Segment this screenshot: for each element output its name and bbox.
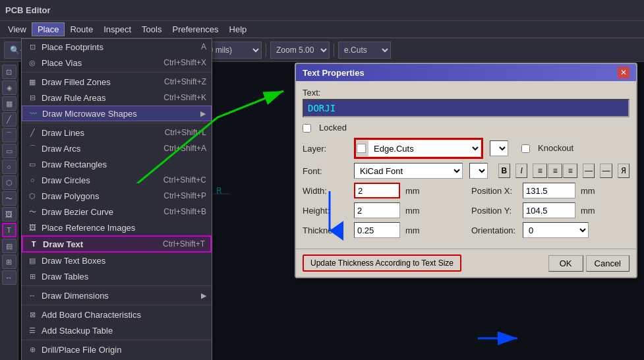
width-unit: mm xyxy=(405,186,420,196)
position-x-label: Position X: xyxy=(471,186,517,196)
layer-color-indicator xyxy=(357,144,366,153)
knockout-checkbox[interactable] xyxy=(521,144,530,153)
menu-item-draw-text[interactable]: T Draw Text Ctrl+Shift+T xyxy=(22,235,212,253)
menu-route[interactable]: Route xyxy=(65,23,98,36)
menu-item-draw-arcs[interactable]: ⌒ Draw Arcs Ctrl+Shift+A xyxy=(22,140,212,156)
menu-preferences[interactable]: Preferences xyxy=(167,23,223,36)
align-right-button[interactable]: ≡ xyxy=(563,164,577,178)
sidebar-icon-10[interactable]: 🖼 xyxy=(2,207,16,222)
position-y-input[interactable] xyxy=(523,202,575,218)
menu-item-add-board-characteristics[interactable]: ⊠ Add Board Characteristics xyxy=(22,307,212,322)
polygon-icon: ⬡ xyxy=(27,191,38,201)
rect-icon: ▭ xyxy=(27,159,38,169)
dialog-body: Text: Locked Layer: Edge.Cuts ▾ Knockout xyxy=(296,81,636,249)
menu-inspect[interactable]: Inspect xyxy=(98,23,136,36)
menu-item-draw-lines[interactable]: ╱ Draw Lines Ctrl+Shift+L xyxy=(22,125,212,140)
menu-item-draw-circles[interactable]: ○ Draw Circles Ctrl+Shift+C xyxy=(22,172,212,188)
locked-label: Locked xyxy=(319,123,347,133)
text-properties-dialog: Text Properties ✕ Text: Locked Layer: Ed… xyxy=(295,63,637,278)
italic-button[interactable]: I xyxy=(515,164,527,178)
zoom-select[interactable]: Zoom 5.00 xyxy=(270,42,330,59)
layer-field-label: Layer: xyxy=(303,144,349,154)
sidebar-icon-6[interactable]: ▭ xyxy=(2,144,16,158)
menu-item-draw-microwave-shapes[interactable]: 〰 Draw Microwave Shapes ▶ xyxy=(22,105,212,121)
locked-checkbox[interactable] xyxy=(303,124,311,133)
sidebar-icon-3[interactable]: ▦ xyxy=(2,96,16,111)
flip-button[interactable]: Я xyxy=(618,164,629,178)
zone-icon: ▦ xyxy=(27,76,38,87)
dialog-close-button[interactable]: ✕ xyxy=(618,67,629,78)
menu-tools[interactable]: Tools xyxy=(136,23,167,36)
sidebar-icon-11[interactable]: ▤ xyxy=(2,239,16,253)
sidebar-icon-12[interactable]: ⊞ xyxy=(2,255,16,269)
circle-icon: ○ xyxy=(27,175,38,185)
menu-item-draw-bezier-curve[interactable]: 〜 Draw Bezier Curve Ctrl+Shift+B xyxy=(22,204,212,220)
menu-sep-2 xyxy=(22,123,212,123)
sidebar-icon-13[interactable]: ↔ xyxy=(2,270,16,285)
cancel-button[interactable]: Cancel xyxy=(586,255,629,272)
update-thickness-button[interactable]: Update Thickness According to Text Size xyxy=(303,255,461,272)
sidebar-icon-9[interactable]: 〜 xyxy=(2,191,16,206)
text-menu-icon: T xyxy=(28,239,39,249)
menu-item-add-stackup-table[interactable]: ☰ Add Stackup Table xyxy=(22,322,212,338)
menu-item-draw-rule-areas[interactable]: ⊟ Draw Rule Areas Ctrl+Shift+K xyxy=(22,90,212,105)
menu-item-draw-filled-zones[interactable]: ▦ Draw Filled Zones Ctrl+Shift+Z xyxy=(22,74,212,90)
edge-cuts-select[interactable]: e.Cuts xyxy=(338,42,391,59)
menu-item-place-reference-images[interactable]: 🖼 Place Reference Images xyxy=(22,220,212,235)
menu-item-draw-dimensions[interactable]: ↔ Draw Dimensions ▶ xyxy=(22,287,212,303)
width-row: Width: mm xyxy=(303,183,461,198)
menu-item-draw-polygons[interactable]: ⬡ Draw Polygons Ctrl+Shift+P xyxy=(22,188,212,204)
align-center-button[interactable]: ≡ xyxy=(548,164,562,178)
orientation-select[interactable]: 0 xyxy=(523,222,589,238)
menu-item-draw-rectangles[interactable]: ▭ Draw Rectangles xyxy=(22,156,212,172)
text-field-section: Text: xyxy=(303,88,629,117)
left-col: Width: mm Height: mm Thickness: mm xyxy=(303,183,461,242)
bezier-icon: 〜 xyxy=(27,206,38,217)
sidebar-icon-4[interactable]: ╱ xyxy=(2,112,16,127)
sidebar-icon-5[interactable]: ⌒ xyxy=(2,128,16,142)
height-input[interactable] xyxy=(354,202,400,218)
place-menu: ⊡ Place Footprints A ◎ Place Vias Ctrl+S… xyxy=(21,38,212,360)
align-left-button[interactable]: ≡ xyxy=(533,164,547,178)
font-row: Font: KiCad Font ▾ B I ≡ ≡ ≡ — — Я xyxy=(303,163,629,179)
width-label: Width: xyxy=(303,186,349,196)
text-input[interactable] xyxy=(303,99,629,117)
locked-row: Locked xyxy=(303,123,629,134)
menu-view[interactable]: View xyxy=(3,23,32,36)
mirror-h-button[interactable]: — xyxy=(583,164,595,178)
menu-item-draw-text-boxes[interactable]: ▤ Draw Text Boxes xyxy=(22,253,212,268)
sidebar-icon-text[interactable]: T xyxy=(2,223,16,237)
right-col: Position X: mm Position Y: mm Orientatio… xyxy=(471,183,629,242)
position-x-input[interactable] xyxy=(523,183,575,198)
mirror-v-button[interactable]: — xyxy=(600,164,612,178)
font-extra-select[interactable]: ▾ xyxy=(469,163,488,179)
text-field-label: Text: xyxy=(303,88,629,98)
font-select[interactable]: KiCad Font xyxy=(354,163,463,179)
position-y-unit: mm xyxy=(581,206,595,216)
layer-extra-select[interactable]: ▾ xyxy=(490,140,508,156)
bold-button[interactable]: B xyxy=(498,164,510,178)
arcs-icon: ⌒ xyxy=(27,143,38,154)
sidebar-icon-1[interactable]: ⊡ xyxy=(2,65,16,79)
sidebar-icon-7[interactable]: ○ xyxy=(2,160,16,174)
layer-select[interactable]: Edge.Cuts xyxy=(368,140,481,156)
height-label: Height: xyxy=(303,206,349,216)
height-unit: mm xyxy=(405,206,420,216)
sidebar-icon-8[interactable]: ⬡ xyxy=(2,175,16,190)
menu-help[interactable]: Help xyxy=(224,23,252,36)
svg-text:R: R xyxy=(216,185,222,196)
menu-item-reset-drill-origin[interactable]: Reset Drill Origin xyxy=(22,357,212,360)
ok-button[interactable]: OK xyxy=(548,255,583,272)
thickness-row: Thickness: mm xyxy=(303,222,461,238)
footprint-icon: ⊡ xyxy=(27,42,38,52)
menu-item-place-vias[interactable]: ◎ Place Vias Ctrl+Shift+X xyxy=(22,55,212,71)
sep3 xyxy=(334,44,334,57)
width-input[interactable] xyxy=(354,183,400,198)
menu-place[interactable]: Place xyxy=(32,22,65,36)
image-icon: 🖼 xyxy=(27,222,38,233)
menu-item-draw-tables[interactable]: ⊞ Draw Tables xyxy=(22,268,212,284)
sidebar-icon-2[interactable]: ◈ xyxy=(2,80,16,95)
menu-item-drill-place-file-origin[interactable]: ⊕ Drill/Place File Origin xyxy=(22,342,212,357)
menu-item-place-footprints[interactable]: ⊡ Place Footprints A xyxy=(22,39,212,55)
thickness-input[interactable] xyxy=(354,222,400,238)
